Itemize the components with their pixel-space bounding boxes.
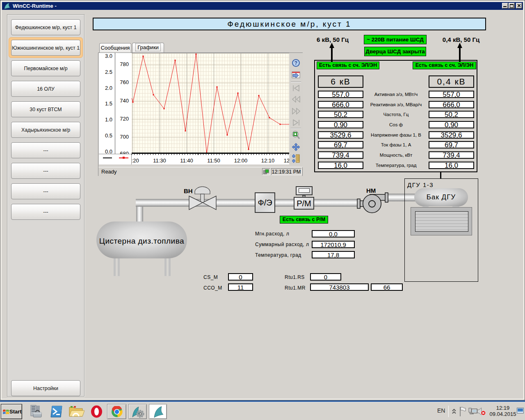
svg-text:?: ?	[294, 60, 297, 66]
